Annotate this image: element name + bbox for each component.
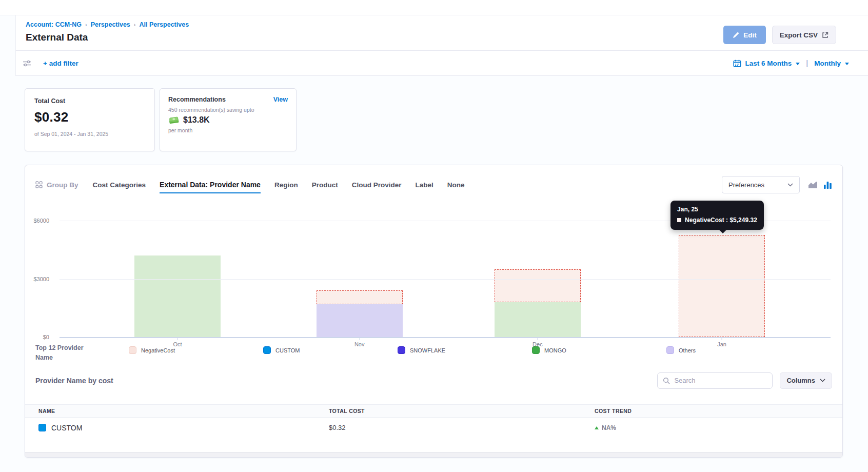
summary-cards: Total Cost $0.32 of Sep 01, 2024 - Jan 3… bbox=[25, 88, 868, 151]
tooltip-series-row: NegativeCost : $5,249.32 bbox=[677, 217, 757, 224]
date-controls: Last 6 Months | Monthly bbox=[733, 59, 849, 67]
groupby-tab-cloud-provider[interactable]: Cloud Provider bbox=[352, 181, 402, 189]
chevron-down-icon[interactable] bbox=[845, 63, 849, 65]
legend-item-mongo[interactable]: MONGO bbox=[532, 346, 666, 354]
table-header-row: NAME TOTAL COST COST TREND bbox=[25, 404, 842, 418]
legend-label: SNOWFLAKE bbox=[410, 347, 445, 353]
search-input[interactable] bbox=[674, 377, 767, 384]
recommendations-cadence: per month bbox=[168, 127, 288, 133]
columns-button[interactable]: Columns bbox=[780, 372, 832, 389]
legend-item-negativecost[interactable]: NegativeCost bbox=[129, 346, 263, 354]
groupby-tab-region[interactable]: Region bbox=[274, 181, 298, 189]
total-cost-period: of Sep 01, 2024 - Jan 31, 2025 bbox=[34, 131, 145, 137]
table-toolbar: Provider Name by cost Columns bbox=[25, 372, 842, 389]
bar-others-nov[interactable] bbox=[317, 304, 403, 337]
filter-bar: + add filter Last 6 Months | Monthly bbox=[15, 50, 868, 76]
date-range-selector[interactable]: Last 6 Months bbox=[745, 60, 792, 67]
row-color-swatch bbox=[38, 424, 46, 431]
tooltip-series-swatch-icon bbox=[677, 218, 681, 222]
column-header-total-cost[interactable]: TOTAL COST bbox=[329, 408, 595, 414]
table-body: CUSTOM$0.32NA% bbox=[25, 418, 842, 438]
chevron-down-icon bbox=[820, 379, 825, 382]
gridline bbox=[60, 279, 831, 280]
legend-item-custom[interactable]: CUSTOM bbox=[263, 346, 398, 354]
search-icon bbox=[663, 377, 670, 384]
total-cost-card: Total Cost $0.32 of Sep 01, 2024 - Jan 3… bbox=[25, 88, 155, 151]
bar-negativecost-jan[interactable] bbox=[679, 235, 765, 337]
bar-chart-icon[interactable] bbox=[823, 181, 832, 189]
row-name-label: CUSTOM bbox=[51, 424, 82, 432]
filter-sliders-icon[interactable] bbox=[23, 60, 31, 67]
groupby-tab-product[interactable]: Product bbox=[312, 181, 338, 189]
top-window-strip bbox=[0, 0, 868, 15]
area-chart-icon[interactable] bbox=[808, 181, 818, 189]
gridline bbox=[60, 337, 831, 338]
preferences-select[interactable]: Preferences bbox=[722, 176, 800, 193]
legend-label: Others bbox=[679, 347, 696, 353]
breadcrumb-link-account-ccm-ng[interactable]: Account: CCM-NG bbox=[26, 21, 82, 28]
columns-button-label: Columns bbox=[786, 377, 815, 384]
total-cost-value: $0.32 bbox=[34, 109, 145, 125]
chart-tooltip: Jan, 25NegativeCost : $5,249.32 bbox=[670, 201, 764, 230]
page-header: Account: CCM-NG›Perspectives›All Perspec… bbox=[15, 15, 868, 50]
edit-button-label: Edit bbox=[743, 31, 757, 39]
perspective-panel: Group By Cost CategoriesExternal Data: P… bbox=[25, 165, 843, 458]
y-axis-tick-label: $6000 bbox=[25, 218, 49, 224]
bar-mongo-dec[interactable] bbox=[495, 302, 581, 337]
x-axis-label-dec: Dec bbox=[532, 341, 543, 347]
trend-up-icon bbox=[595, 426, 599, 429]
legend-swatch-mongo bbox=[532, 346, 540, 354]
export-csv-button[interactable]: Export CSV bbox=[772, 26, 836, 44]
groupby-tab-external-data-provider-name[interactable]: External Data: Provider Name bbox=[160, 181, 261, 189]
breadcrumb-link-all-perspectives[interactable]: All Perspectives bbox=[140, 21, 189, 28]
chevron-down-icon[interactable] bbox=[796, 63, 800, 65]
table-row-custom[interactable]: CUSTOM$0.32NA% bbox=[25, 418, 842, 438]
preferences-select-label: Preferences bbox=[728, 181, 764, 189]
legend-swatch-negativecost bbox=[129, 346, 136, 354]
grid-icon bbox=[35, 181, 43, 188]
edit-button[interactable]: Edit bbox=[723, 26, 766, 44]
table-bottom-scrollbar[interactable] bbox=[25, 452, 842, 457]
header-actions: Edit Export CSV bbox=[723, 26, 836, 44]
granularity-selector[interactable]: Monthly bbox=[814, 60, 841, 67]
legend-swatch-custom bbox=[263, 346, 271, 354]
total-cost-title: Total Cost bbox=[34, 97, 145, 105]
groupby-tab-label[interactable]: Label bbox=[415, 181, 433, 189]
export-csv-button-label: Export CSV bbox=[780, 31, 818, 39]
chevron-down-icon bbox=[787, 183, 793, 187]
group-by-label-text: Group By bbox=[47, 181, 78, 189]
tooltip-date: Jan, 25 bbox=[677, 206, 757, 213]
bar-negativecost-dec[interactable] bbox=[495, 269, 581, 302]
money-icon bbox=[168, 116, 180, 124]
add-filter-button[interactable]: + add filter bbox=[43, 60, 78, 67]
groupby-tab-none[interactable]: None bbox=[447, 181, 465, 189]
legend-label: NegativeCost bbox=[141, 347, 175, 353]
legend-items: NegativeCostCUSTOMSNOWFLAKEMONGOOthers bbox=[129, 346, 801, 354]
groupby-tab-cost-categories[interactable]: Cost Categories bbox=[93, 181, 146, 189]
x-axis-label-jan: Jan bbox=[717, 341, 726, 347]
column-header-name[interactable]: NAME bbox=[38, 408, 329, 414]
chart-controls: Preferences bbox=[722, 176, 832, 193]
group-by-label: Group By bbox=[35, 181, 78, 189]
x-axis-label-oct: Oct bbox=[173, 341, 182, 347]
breadcrumb: Account: CCM-NG›Perspectives›All Perspec… bbox=[26, 21, 189, 28]
page-title: External Data bbox=[26, 32, 189, 43]
legend-item-snowflake[interactable]: SNOWFLAKE bbox=[398, 346, 532, 354]
recommendations-view-link[interactable]: View bbox=[273, 96, 288, 103]
legend-swatch-others bbox=[666, 346, 674, 354]
trend-value: NA% bbox=[602, 424, 616, 431]
legend-item-others[interactable]: Others bbox=[666, 346, 801, 354]
x-axis-label-nov: Nov bbox=[354, 341, 365, 347]
filter-bar-left: + add filter bbox=[23, 60, 78, 67]
y-axis-tick-label: $3000 bbox=[25, 276, 49, 282]
breadcrumb-link-perspectives[interactable]: Perspectives bbox=[91, 21, 130, 28]
bar-mongo-oct[interactable] bbox=[134, 255, 221, 337]
row-total-cost: $0.32 bbox=[329, 424, 595, 431]
breadcrumb-separator: › bbox=[85, 22, 87, 28]
pencil-icon bbox=[733, 32, 739, 38]
column-header-cost-trend[interactable]: COST TREND bbox=[595, 408, 842, 414]
calendar-icon bbox=[733, 60, 741, 67]
bar-negativecost-nov[interactable] bbox=[317, 290, 403, 304]
row-cost-trend: NA% bbox=[595, 424, 842, 431]
table-title: Provider Name by cost bbox=[35, 377, 113, 385]
